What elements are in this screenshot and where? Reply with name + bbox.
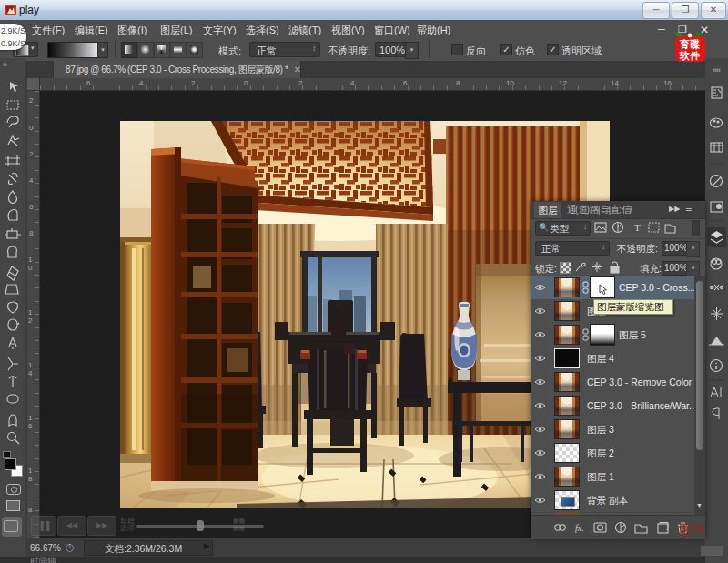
svg-text:T: T	[634, 222, 641, 233]
svg-text:育碟: 育碟	[679, 38, 700, 50]
svg-text:软件: 软件	[679, 50, 701, 61]
svg-text:fx.: fx.	[575, 523, 584, 533]
